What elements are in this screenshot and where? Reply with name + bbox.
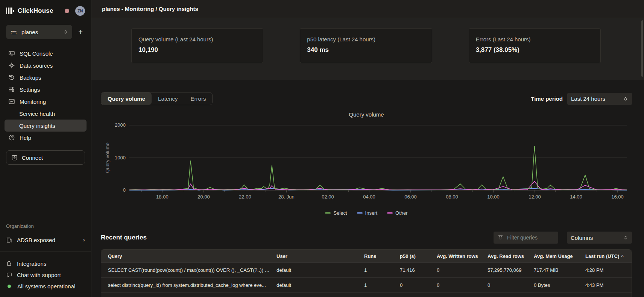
table-row[interactable]: show create table system.distributed_cac… [101,292,632,297]
legend-swatch-insert [357,212,363,214]
col-avg-written-rows[interactable]: Avg. Written rows [437,253,488,259]
stat-card-p50-latency: p50 latency (Last 24 hours) 340 ms [300,28,432,63]
time-period-label: Time period [531,95,563,102]
chart-block: Query volume 010002000Query volume18:002… [101,111,632,216]
filter-icon [498,235,503,240]
cell-mem: 0 Bytes [534,282,585,288]
integrations-label: Integrations [17,261,46,267]
sidebar-divider [0,252,91,252]
sidebar-item-monitoring[interactable]: Monitoring [5,95,87,108]
sidebar-item-sql-console[interactable]: SQL Console [5,47,87,59]
add-service-button[interactable]: + [76,27,85,36]
col-user[interactable]: User [276,253,364,259]
sidebar-item-label: Query insights [19,123,55,129]
service-select[interactable]: aws planes [6,25,72,39]
col-last-run[interactable]: Last run (UTC)^ [585,253,632,259]
stats-band: Query volume (Last 24 hours) 10,190 p50 … [91,18,644,80]
sidebar-item-integrations[interactable]: Integrations [0,258,91,269]
logo-row: ClickHouse ZN [0,5,91,17]
recent-queries-header: Recent queries Columns [101,232,632,244]
service-row: aws planes + [0,25,91,39]
stat-value: 340 ms [307,46,425,54]
connect-icon [11,155,18,161]
clickhouse-logo-icon [6,7,14,15]
time-period-value: Last 24 hours [571,95,623,102]
svg-text:16:00: 16:00 [611,194,624,200]
sidebar-item-service-health[interactable]: Service health [5,108,87,120]
avatar[interactable]: ZN [75,6,85,16]
stat-value: 10,190 [138,46,256,54]
columns-label: Columns [571,235,623,241]
sidebar: ClickHouse ZN aws planes + SQL Conso [0,0,91,297]
cell-mem: 717.47 MiB [534,267,585,273]
table-header-row: Query User Runs p50 (s) Avg. Written row… [101,250,632,262]
cell-runs: 1 [364,267,400,273]
table-row[interactable]: SELECT CAST(round(pow(count() / max(coun… [101,262,632,277]
sidebar-item-label: Help [20,135,31,141]
system-status-item[interactable]: All systems operational [0,280,91,292]
tab-latency[interactable]: Latency [152,92,184,105]
tab-query-volume[interactable]: Query volume [101,92,152,105]
legend-item-other[interactable]: Other [387,210,408,216]
col-last-run-label: Last run (UTC) [585,253,619,259]
cell-user: default [276,282,364,288]
aws-icon: aws [10,29,18,35]
sidebar-item-settings[interactable]: Settings [5,83,87,95]
tab-errors[interactable]: Errors [184,92,213,105]
sidebar-item-query-insights[interactable]: Query insights [5,120,87,132]
sidebar-item-backups[interactable]: Backups [5,71,87,83]
status-ok-icon [8,285,11,288]
col-query[interactable]: Query [108,253,276,259]
organization-item[interactable]: ADSB.exposed › [0,233,91,246]
settings-icon [8,86,15,93]
organization-label: Organization [0,223,91,229]
columns-select[interactable]: Columns [567,232,632,244]
legend-item-select[interactable]: Select [325,210,347,216]
cell-written: 0 [437,267,488,273]
sidebar-item-data-sources[interactable]: Data sources [5,59,87,71]
recent-queries-title: Recent queries [101,234,147,241]
time-period-select[interactable]: Last 24 hours [567,93,632,105]
data-sources-icon [8,62,15,69]
legend-label: Insert [365,210,378,216]
app: ClickHouse ZN aws planes + SQL Conso [0,0,644,297]
sidebar-item-help[interactable]: Help [5,132,87,144]
col-avg-read-rows[interactable]: Avg. Read rows [488,253,534,259]
chart-legend: Select Insert Other [101,210,632,216]
stat-label: Query volume (Last 24 hours) [138,36,256,42]
svg-text:2000: 2000 [115,122,126,128]
col-p50[interactable]: p50 (s) [400,253,437,259]
topbar: planes - Monitoring / Query insights [91,0,644,18]
connect-label: Connect [22,155,43,161]
cell-query: SELECT CAST(round(pow(count() / max(coun… [108,267,276,273]
col-runs[interactable]: Runs [364,253,400,259]
stat-value: 3,877 (38.05%) [476,46,594,54]
filter-queries-wrap [494,232,558,244]
backups-icon [8,74,15,81]
breadcrumb: planes - Monitoring / Query insights [102,6,198,12]
cell-user: default [276,267,364,273]
sidebar-item-chat-support[interactable]: Chat with support [0,269,91,280]
organization-name: ADSB.exposed [17,237,55,243]
connect-button[interactable]: Connect [6,150,85,165]
tabs-row: Query volume Latency Errors Time period … [101,92,632,105]
time-period-control: Time period Last 24 hours [531,93,632,105]
sort-asc-icon: ^ [621,254,623,259]
monitoring-icon [8,98,15,105]
sidebar-item-label: Data sources [20,62,53,69]
chevron-right-icon: › [83,236,85,244]
col-avg-mem-usage[interactable]: Avg. Mem Usage [534,253,585,259]
svg-text:08:00: 08:00 [446,194,458,200]
svg-text:1000: 1000 [115,155,126,161]
integrations-icon [6,261,12,267]
cell-p50: 71.416 [400,267,437,273]
legend-label: Other [395,210,408,216]
notification-dot[interactable] [65,9,69,13]
organization-icon [6,237,12,243]
cell-read: 0 [488,282,534,288]
scrollbar-thumb[interactable] [641,20,643,77]
table-row[interactable]: select distrinct(query_id) from system.d… [101,277,632,292]
legend-item-insert[interactable]: Insert [357,210,378,216]
help-icon [8,134,15,141]
sidebar-item-label: SQL Console [20,50,53,57]
